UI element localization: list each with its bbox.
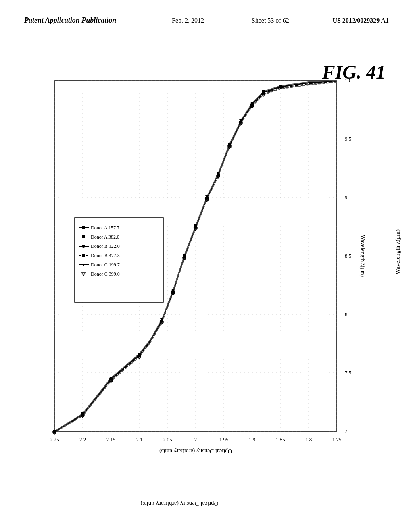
svg-text:2.1: 2.1	[136, 436, 142, 443]
svg-text:7: 7	[345, 428, 348, 434]
y-axis-label: Wavelength λ(μm)	[394, 77, 402, 427]
svg-text:2.2: 2.2	[79, 436, 86, 443]
x-axis-label: Optical Density (arbitrary units)	[22, 500, 337, 507]
svg-text:9: 9	[345, 194, 348, 200]
svg-text:2.25: 2.25	[50, 436, 59, 443]
svg-text:2.15: 2.15	[106, 436, 116, 443]
svg-text:9.5: 9.5	[345, 136, 351, 142]
publication-date: Feb. 2, 2012	[172, 17, 204, 24]
legend-text-5: Donor C 199.7	[91, 262, 120, 268]
svg-text:2.05: 2.05	[163, 436, 172, 443]
svg-text:1.9: 1.9	[249, 436, 255, 443]
svg-text:Optical Density (arbitrary uni: Optical Density (arbitrary units)	[159, 448, 232, 454]
svg-text:8.5: 8.5	[345, 253, 351, 259]
svg-text:10: 10	[345, 77, 350, 83]
svg-text:7.5: 7.5	[345, 370, 351, 376]
svg-text:8: 8	[345, 311, 348, 317]
chart-svg: 2.25 2.2 2.15 2.1 2.05 2 1.95 1.9 1.85 1…	[22, 69, 373, 472]
svg-text:2: 2	[194, 436, 197, 443]
legend-marker-1	[82, 226, 85, 229]
legend-text-4: Donor B 477.3	[91, 253, 120, 258]
legend-text-2: Donor A 382.0	[91, 234, 119, 240]
svg-text:1.8: 1.8	[305, 436, 312, 443]
svg-text:1.85: 1.85	[276, 436, 285, 443]
legend-marker-2	[82, 235, 85, 238]
sheet-number: Sheet 53 of 62	[252, 17, 289, 24]
svg-text:Wavelength λ(μm): Wavelength λ(μm)	[359, 235, 366, 277]
legend-text-1: Donor A 157.7	[91, 225, 119, 231]
header: Patent Application Publication Feb. 2, 2…	[24, 16, 389, 25]
legend-text-3: Donor B 122.0	[91, 243, 120, 249]
svg-text:1.75: 1.75	[332, 436, 342, 443]
svg-text:1.95: 1.95	[219, 436, 229, 443]
publication-title: Patent Application Publication	[24, 16, 116, 25]
legend-marker-3	[82, 245, 85, 248]
legend-marker-4	[82, 254, 85, 257]
patent-number: US 2012/0029329 A1	[332, 17, 389, 24]
page: Patent Application Publication Feb. 2, 2…	[0, 0, 413, 532]
legend-text-6: Donor C 399.0	[91, 271, 120, 277]
